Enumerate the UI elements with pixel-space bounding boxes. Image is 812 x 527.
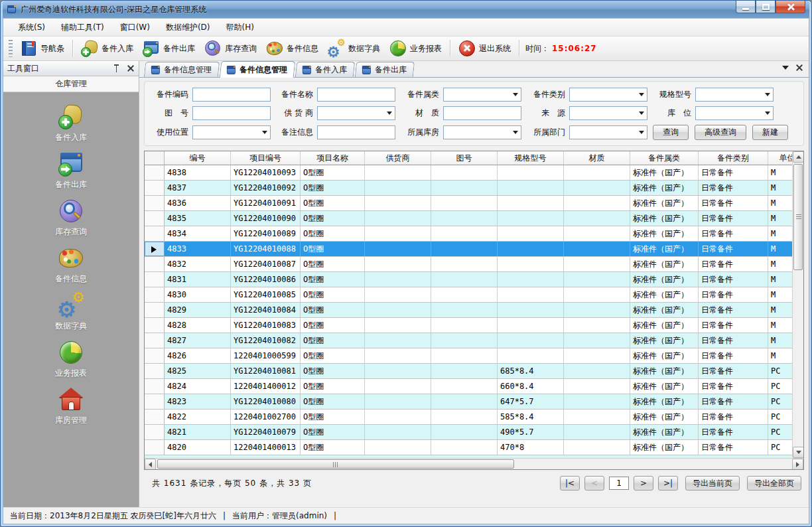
cell-name[interactable]: O型圈 (301, 257, 365, 271)
column-header-name[interactable]: 项目名称 (301, 151, 365, 165)
cell-material[interactable] (564, 196, 630, 210)
cell-drawing[interactable] (431, 287, 498, 302)
toolbar-button-outbound[interactable]: 备件出库 (138, 38, 200, 59)
cell-spec[interactable]: 647*5.7 (498, 394, 564, 409)
cell-id[interactable]: 4835 (165, 211, 231, 226)
toolbar-button-inbound[interactable]: 备件入库 (76, 38, 138, 59)
menu-data-maintenance[interactable]: 数据维护(D) (158, 19, 218, 36)
cell-category[interactable]: 标准件（国产） (630, 226, 699, 241)
cell-spec[interactable] (498, 333, 564, 348)
cell-unit[interactable]: M (768, 348, 792, 363)
location-select[interactable] (695, 106, 774, 120)
cell-type[interactable]: 日常备件 (699, 440, 768, 455)
cell-name[interactable]: O型圈 (301, 303, 365, 317)
source-select[interactable] (569, 106, 647, 120)
column-header-project_no[interactable]: 项目编号 (231, 151, 301, 165)
department-select[interactable] (569, 125, 647, 139)
cell-spec[interactable] (498, 226, 564, 241)
advanced-query-button[interactable]: 高级查询 (695, 125, 746, 140)
cell-category[interactable]: 标准件（国产） (630, 272, 699, 287)
sidebar-item-business-report[interactable]: 业务报表 (31, 340, 111, 387)
cell-material[interactable] (564, 379, 630, 394)
cell-drawing[interactable] (431, 181, 498, 195)
cell-material[interactable] (564, 425, 630, 439)
cell-spec[interactable]: 490*5.7 (498, 425, 564, 439)
table-row[interactable]: 4835YG12204010090O型圈标准件（国产）日常备件M (145, 211, 792, 226)
cell-drawing[interactable] (431, 394, 498, 409)
cell-name[interactable]: O型圈 (301, 379, 365, 394)
cell-unit[interactable]: M (768, 196, 792, 210)
toolbar-button-navbar[interactable]: 导航条 (15, 38, 69, 59)
cell-category[interactable]: 标准件（国产） (630, 181, 699, 195)
cell-supplier[interactable] (365, 440, 431, 455)
table-row[interactable]: 4836YG12204010091O型圈标准件（国产）日常备件M (145, 196, 792, 211)
toolbar-button-business-report[interactable]: 业务报表 (385, 38, 446, 59)
cell-project_no[interactable]: YG12204010088 (231, 242, 301, 256)
cell-spec[interactable] (498, 318, 564, 333)
table-row[interactable]: 4830YG12204010085O型圈标准件（国产）日常备件M (145, 287, 792, 303)
cell-spec[interactable]: 585*8.4 (498, 410, 564, 424)
cell-supplier[interactable] (365, 379, 431, 394)
cell-material[interactable] (564, 165, 630, 180)
cell-category[interactable]: 标准件（国产） (630, 165, 699, 180)
cell-type[interactable]: 日常备件 (699, 333, 768, 348)
cell-drawing[interactable] (431, 440, 498, 455)
material-input[interactable] (443, 106, 521, 120)
tab-close-icon[interactable] (795, 64, 803, 72)
cell-project_no[interactable]: YG12204010085 (231, 287, 301, 302)
cell-drawing[interactable] (431, 196, 498, 210)
cell-supplier[interactable] (365, 348, 431, 363)
cell-material[interactable] (564, 333, 630, 348)
cell-material[interactable] (564, 272, 630, 287)
cell-drawing[interactable] (431, 242, 498, 256)
cell-drawing[interactable] (431, 211, 498, 226)
horizontal-scrollbar[interactable] (145, 458, 803, 469)
next-page-button[interactable]: > (634, 476, 653, 490)
cell-name[interactable]: O型圈 (301, 226, 365, 241)
cell-supplier[interactable] (365, 181, 431, 195)
close-button[interactable] (776, 1, 805, 13)
cell-id[interactable]: 4833 (165, 242, 231, 256)
part-category-select[interactable] (443, 88, 521, 102)
cell-material[interactable] (564, 226, 630, 241)
cell-category[interactable]: 标准件（国产） (630, 211, 699, 226)
tab-part-info-mgmt-1[interactable]: 备件信息管理 (144, 62, 220, 77)
table-row[interactable]: 4823YG12204010080O型圈647*5.7标准件（国产）日常备件PC (145, 394, 792, 410)
cell-type[interactable]: 日常备件 (699, 226, 768, 241)
scroll-up-icon[interactable] (793, 151, 804, 163)
cell-supplier[interactable] (365, 364, 431, 378)
minimize-button[interactable] (736, 1, 756, 13)
cell-category[interactable]: 标准件（国产） (630, 287, 699, 302)
cell-id[interactable]: 4831 (165, 272, 231, 287)
cell-name[interactable]: O型圈 (301, 364, 365, 378)
cell-drawing[interactable] (431, 364, 498, 378)
cell-project_no[interactable]: 1220401002700 (231, 410, 301, 424)
cell-unit[interactable]: PC (768, 440, 792, 455)
cell-drawing[interactable] (431, 165, 498, 180)
cell-type[interactable]: 日常备件 (699, 379, 768, 394)
cell-material[interactable] (564, 364, 630, 378)
pin-icon[interactable] (111, 64, 121, 74)
cell-unit[interactable]: PC (768, 394, 792, 409)
cell-name[interactable]: O型圈 (301, 410, 365, 424)
table-row[interactable]: 4831YG12204010086O型圈标准件（国产）日常备件M (145, 272, 792, 287)
table-row[interactable]: 4837YG12204010092O型圈标准件（国产）日常备件M (145, 181, 792, 196)
cell-project_no[interactable]: YG12204010087 (231, 257, 301, 271)
sidebar-item-inventory-query[interactable]: 库存查询 (31, 198, 111, 246)
table-row[interactable]: 48241220401400012O型圈660*8.4标准件（国产）日常备件PC (145, 379, 792, 394)
cell-material[interactable] (564, 348, 630, 363)
export-current-page-button[interactable]: 导出当前页 (685, 476, 740, 490)
cell-unit[interactable]: M (768, 303, 792, 317)
cell-project_no[interactable]: YG12204010089 (231, 226, 301, 241)
new-button[interactable]: 新建 (752, 125, 788, 140)
sidebar-close-icon[interactable] (127, 64, 135, 72)
cell-id[interactable]: 4827 (165, 333, 231, 348)
cell-project_no[interactable]: YG12204010083 (231, 318, 301, 333)
cell-drawing[interactable] (431, 318, 498, 333)
cell-name[interactable]: O型圈 (301, 242, 365, 256)
cell-id[interactable]: 4832 (165, 257, 231, 271)
cell-supplier[interactable] (365, 303, 431, 317)
cell-unit[interactable]: M (768, 287, 792, 302)
query-button[interactable]: 查询 (653, 125, 689, 140)
cell-id[interactable]: 4820 (165, 440, 231, 455)
